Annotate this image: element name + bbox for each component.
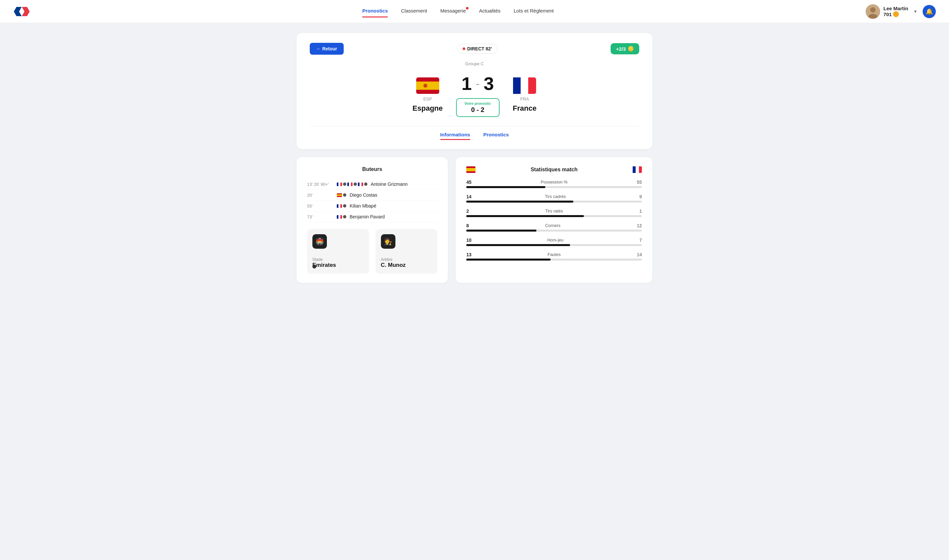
stats-rows: 45 Possession % 55 14 Tirs cadrés 9 2 Ti… [466, 180, 642, 260]
header: Pronostics Classement Messagerie Actuali… [0, 0, 949, 23]
mini-flag-france-1 [337, 183, 342, 186]
main-nav: Pronostics Classement Messagerie Actuali… [53, 8, 863, 15]
away-team-name: France [513, 104, 536, 113]
stats-title: Statistiques match [530, 167, 577, 172]
arbitre-name: C. Munoz [381, 262, 406, 268]
stat-bar-bg-0 [466, 186, 642, 188]
scorer-time-2: 20' [307, 193, 333, 198]
stats-header: Statistiques match [466, 166, 642, 173]
match-tabs: Informations Pronostics [310, 126, 639, 139]
france-flag [513, 77, 536, 94]
groupe-label: Groupe C [310, 61, 639, 66]
stat-label-0: Possession % [541, 180, 568, 185]
pronostic-score: 0 - 2 [465, 106, 491, 114]
stats-card: Statistiques match 45 Possession % 55 14… [456, 157, 652, 283]
mini-flag-france-3 [358, 183, 363, 186]
stat-row-5: 13 Fautes 14 [466, 252, 642, 260]
mini-flag-france-5 [337, 215, 342, 219]
dropdown-arrow-icon[interactable]: ▼ [914, 9, 917, 14]
svg-rect-9 [416, 82, 439, 89]
match-teams: ESP Espagne 1 - 3 Votre pronostic 0 - 2 [310, 73, 639, 117]
goal-dot-6 [343, 215, 346, 218]
stat-label-1: Tirs cadrés [545, 194, 566, 199]
away-score: 3 [484, 73, 494, 94]
stat-label-5: Fautes [548, 252, 561, 257]
tab-pronostics[interactable]: Pronostics [484, 132, 509, 139]
carrefour-logo [13, 3, 30, 20]
scorer-row-2: 20' Diego Costas [307, 190, 437, 201]
scorer-time-3: 55' [307, 203, 333, 209]
notification-bell-button[interactable]: 🔔 [923, 5, 936, 18]
stade-icon: 🏟️ [313, 234, 327, 249]
home-team-code: ESP [424, 97, 432, 102]
logo-area [13, 3, 53, 20]
svg-point-6 [870, 7, 875, 12]
stats-france-flag [633, 166, 642, 173]
mini-flag-france-4 [337, 204, 342, 208]
scorer-flags-3 [337, 204, 346, 208]
score-badge: +2/3 🪙 [611, 43, 639, 54]
scorer-flags-2 [337, 193, 346, 197]
stat-bar-fill-1 [466, 201, 573, 203]
header-right: Lee Martin 701 ▼ 🔔 [863, 4, 936, 19]
coin-icon [893, 11, 899, 17]
back-button[interactable]: ← Retour [310, 43, 344, 55]
home-score: 1 [462, 73, 472, 94]
stat-bar-bg-5 [466, 258, 642, 260]
user-name: Lee Martin [883, 6, 908, 11]
nav-actualites[interactable]: Actualités [479, 8, 501, 15]
scorer-row-3: 55' Kilian Mbapé [307, 201, 437, 211]
live-text: DIRECT 82' [467, 46, 492, 51]
nav-lots[interactable]: Lots et Règlement [514, 8, 554, 15]
goal-dot-3 [364, 183, 367, 186]
live-badge: DIRECT 82' [457, 44, 498, 54]
buteurs-title: Buteurs [307, 166, 437, 172]
svg-rect-18 [633, 166, 636, 173]
stat-left-0: 45 [466, 180, 471, 185]
live-dot [463, 48, 465, 50]
arbitre-item: 🧑‍⚖️ Arbitre C. Munoz [376, 229, 438, 274]
stat-bar-fill-4 [466, 244, 570, 246]
stat-bar-fill-3 [466, 229, 536, 232]
stats-spain-flag [466, 166, 476, 173]
goal-dot-5 [343, 204, 346, 208]
user-info[interactable]: Lee Martin 701 [866, 4, 908, 19]
spain-flag [416, 77, 439, 94]
stat-row-1: 14 Tirs cadrés 9 [466, 194, 642, 203]
user-points: 701 [883, 11, 908, 17]
venue-dot-1 [313, 265, 316, 268]
tab-informations[interactable]: Informations [440, 132, 470, 139]
svg-point-10 [424, 84, 427, 88]
nav-messagerie[interactable]: Messagerie [440, 8, 466, 15]
scorer-name-3: Kilian Mbapé [350, 203, 376, 209]
stat-row-2: 2 Tirs ratés 1 [466, 209, 642, 217]
arbitre-label: Arbitre [381, 257, 406, 262]
goal-dot-1 [343, 183, 346, 186]
scorer-name-4: Benjamin Pavard [350, 214, 385, 219]
nav-classement[interactable]: Classement [401, 8, 427, 15]
stat-row-3: 8 Corners 12 [466, 223, 642, 232]
goal-dot-4 [343, 193, 346, 197]
pronostic-label: Votre pronostic [465, 102, 491, 105]
score-area: 1 - 3 Votre pronostic 0 - 2 [456, 73, 499, 117]
scorer-flags-4 [337, 215, 346, 219]
stat-bar-bg-3 [466, 229, 642, 232]
stat-right-3: 12 [636, 223, 642, 228]
score-separator: - [476, 77, 480, 91]
avatar [866, 4, 880, 19]
stat-right-5: 14 [636, 252, 642, 257]
badge-coin-icon: 🪙 [628, 46, 634, 52]
stat-label-2: Tirs ratés [545, 209, 563, 214]
stat-right-4: 7 [639, 237, 642, 243]
svg-rect-15 [466, 168, 476, 171]
stat-left-5: 13 [466, 252, 471, 257]
stat-left-2: 2 [466, 209, 469, 214]
scorer-flags-1 [337, 183, 367, 186]
stade-label: Stade [313, 257, 336, 262]
scorer-row: 13' 26' 90+' Antoine Grizmann [307, 179, 437, 190]
stat-left-3: 8 [466, 223, 469, 228]
away-team-code: FRA [520, 97, 529, 102]
pronostic-box: Votre pronostic 0 - 2 [456, 98, 499, 117]
away-team: FRA France [513, 77, 536, 113]
nav-pronostics[interactable]: Pronostics [362, 8, 388, 15]
